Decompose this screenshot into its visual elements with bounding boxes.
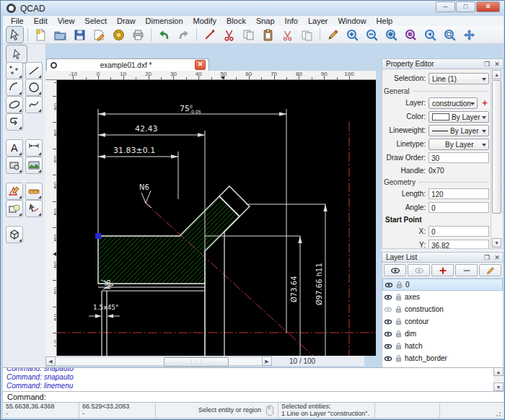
arc-tool-button[interactable] [6,79,23,96]
close-panel-icon[interactable]: ✕ [493,61,501,68]
line-tool-button[interactable] [25,62,43,79]
open-file-button[interactable] [51,26,69,43]
layer-row-contour[interactable]: contour [382,315,503,328]
zoom-selection-button[interactable] [402,26,420,43]
selection-pointer-button[interactable] [6,45,27,64]
remove-layer-button[interactable] [455,264,478,276]
print-preview-button[interactable] [129,26,147,43]
lock-icon[interactable] [395,318,403,325]
dimension-tool-button[interactable] [25,139,43,157]
copy-button[interactable] [240,26,258,43]
image-tool-button[interactable] [25,157,43,174]
layer-row-axes[interactable]: axes [382,291,503,303]
hide-all-layers-button[interactable] [408,264,430,276]
scroll-down-icon[interactable]: ▼ [493,382,504,391]
layer-row-0[interactable]: 0 [382,279,503,291]
cut-reference-button[interactable] [278,26,297,43]
draw-pencil-button[interactable] [324,26,342,43]
text-tool-button[interactable]: A [6,139,23,157]
zoom-out-button[interactable] [363,26,381,43]
menu-edit[interactable]: Edit [29,17,53,25]
lock-icon[interactable] [395,330,403,338]
polyline-tool-button[interactable] [6,113,23,131]
menu-draw[interactable]: Draw [112,17,141,25]
color-dropdown[interactable]: By Layer [429,111,489,123]
eye-icon[interactable] [384,318,392,326]
lock-icon[interactable] [395,354,403,362]
layer-row-hatch_border[interactable]: hatch_border [382,352,503,364]
redo-button[interactable] [175,26,193,43]
menu-select[interactable]: Select [79,17,112,25]
new-file-button[interactable] [32,26,50,43]
eye-icon[interactable] [384,293,392,302]
zoom-in-button[interactable] [343,26,361,43]
circle-tool-button[interactable] [25,79,43,96]
selection-dropdown[interactable]: Line (1) [429,73,489,84]
previous-view-button[interactable] [421,26,439,43]
ellipse-tool-button[interactable] [6,96,23,113]
canvas-h-scrollbar[interactable]: ◀ ⋮⋮⋮ ▶ [45,356,364,366]
lock-icon[interactable] [395,305,403,313]
draw-order-field[interactable]: 30 [429,152,489,163]
menu-window[interactable]: Window [333,17,371,25]
start-x-field[interactable]: 0 [429,226,489,237]
resize-grip[interactable] [496,410,503,417]
scroll-right-icon[interactable]: ▶ [262,356,272,366]
points-tool-button[interactable] [6,62,23,79]
length-field[interactable]: 120 [429,188,489,199]
float-panel-icon[interactable]: ❐ [483,254,491,261]
edit-pen-button[interactable] [201,26,219,43]
scroll-left-icon[interactable]: ◀ [45,356,56,366]
modify-tool-button[interactable] [6,183,23,200]
lock-icon[interactable] [395,281,403,289]
menu-layer[interactable]: Layer [303,17,333,25]
lock-icon[interactable] [395,342,403,350]
undo-button[interactable] [155,26,173,43]
document-tab[interactable]: example01.dxf * ✕ [46,58,209,71]
scroll-thumb[interactable] [492,80,501,214]
edit-layer-button[interactable] [479,264,501,276]
linetype-dropdown[interactable]: By Layer [429,139,489,150]
angle-field[interactable]: 0 [429,202,489,213]
drawing-canvas[interactable]: 75 0 -0.05 42.43 31.83±0.1 1.5x45° Ø73.6… [57,80,376,356]
measure-tool-button[interactable] [25,183,43,200]
menu-modify[interactable]: Modify [188,17,221,25]
lineweight-dropdown[interactable]: By Layer [429,125,489,136]
eye-icon[interactable] [384,305,392,314]
eye-icon[interactable] [384,354,392,363]
solid-tool-button[interactable] [6,226,23,243]
scroll-up-icon[interactable]: ▲ [492,70,501,79]
auto-zoom-button[interactable] [382,26,400,43]
scroll-down-icon[interactable]: ▼ [492,238,501,248]
save-file-button[interactable] [71,26,89,43]
layer-row-dim[interactable]: dim [382,328,503,340]
show-all-layers-button[interactable] [384,264,406,276]
menu-view[interactable]: View [53,17,80,25]
scroll-up-icon[interactable]: ▲ [493,367,504,376]
layer-row-construction[interactable]: construction [382,303,503,315]
command-input[interactable] [46,392,504,402]
block-tool-button[interactable] [6,200,23,217]
select-tool-button[interactable] [25,200,43,217]
close-button[interactable]: ✕ [476,1,500,12]
menu-snap[interactable]: Snap [251,17,280,25]
menu-block[interactable]: Block [221,17,251,25]
menu-help[interactable]: Help [372,17,398,25]
close-panel-icon[interactable]: ✕ [493,254,501,261]
print-button[interactable] [110,26,128,43]
paste-button[interactable] [259,26,277,43]
property-editor-scrollbar[interactable]: ▲ ▼ [491,70,502,248]
save-as-button[interactable] [90,26,108,43]
layer-row-hatch[interactable]: hatch [382,340,503,352]
zoom-window-button[interactable] [441,26,459,43]
lock-icon[interactable] [395,293,403,301]
eye-icon[interactable] [384,330,392,338]
selected-point-marker[interactable] [95,233,101,239]
scroll-thumb[interactable]: ⋮⋮⋮ [164,357,229,367]
eye-icon[interactable] [384,342,392,351]
selection-pointer-button[interactable] [6,26,24,43]
eye-icon[interactable] [385,281,393,289]
float-panel-icon[interactable]: ❐ [483,61,491,68]
spline-tool-button[interactable] [25,96,43,113]
menu-dimension[interactable]: Dimension [141,17,188,25]
